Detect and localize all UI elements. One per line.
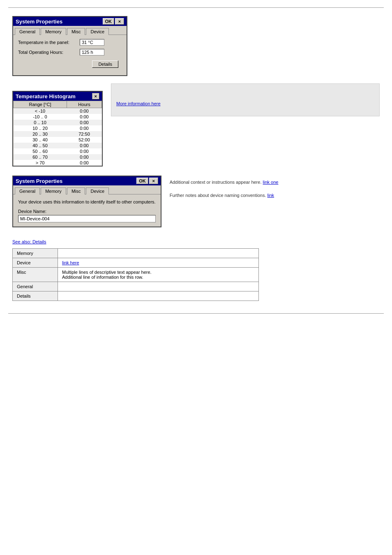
dialog1-tabs: General Memory Misc Device bbox=[13, 26, 127, 35]
dialog2-right-line1: Additional context or instructions appea… bbox=[170, 180, 380, 185]
bottom-data-table: Memory Device link here Misc Multiple li… bbox=[12, 248, 259, 301]
bottom-section: See also: Details Memory Device link her… bbox=[12, 239, 380, 301]
histogram-range-cell: 60 .. 70 bbox=[14, 154, 67, 160]
dialog1-tab-memory[interactable]: Memory bbox=[41, 28, 66, 35]
histogram-titlebar: Temperature Histogram × bbox=[13, 92, 102, 101]
histogram-hours-cell: 52:00 bbox=[67, 137, 102, 143]
dialog1-tab-general[interactable]: General bbox=[15, 28, 40, 35]
histogram-info-box: More information here bbox=[111, 83, 380, 116]
table-inline-link[interactable]: link here bbox=[62, 260, 79, 265]
histogram-dialog: Temperature Histogram × Range [°C] Hours… bbox=[12, 91, 103, 166]
dialog1-row-hours: Total Operating Hours: 125 h bbox=[18, 49, 122, 56]
histogram-col1-header: Range [°C] bbox=[14, 101, 67, 108]
dialog2-tab-memory[interactable]: Memory bbox=[41, 187, 66, 194]
table-row: Device link here bbox=[13, 258, 259, 267]
table-cell-value bbox=[58, 248, 259, 258]
histogram-col2-header: Hours bbox=[67, 101, 102, 108]
table-cell-value bbox=[58, 291, 259, 301]
dialog2-device-name-label: Device Name: bbox=[18, 209, 156, 214]
dialog1-hours-label: Total Operating Hours: bbox=[18, 50, 80, 55]
table-cell-value: link here bbox=[58, 258, 259, 267]
histogram-hours-cell: 0:00 bbox=[67, 160, 102, 166]
table-cell-label: Memory bbox=[13, 248, 58, 258]
dialog1-row-temp: Temperature in the panel: 31 °C bbox=[18, 39, 122, 46]
dialog1-close-button[interactable]: × bbox=[115, 18, 124, 25]
dialog1-temp-label: Temperature in the panel: bbox=[18, 40, 80, 45]
table-cell-label: General bbox=[13, 282, 58, 291]
dialog2-tab-misc[interactable]: Misc bbox=[67, 187, 85, 194]
table-row: Misc Multiple lines of descriptive text … bbox=[13, 267, 259, 282]
histogram-left: Temperature Histogram × Range [°C] Hours… bbox=[12, 83, 103, 166]
bottom-rule bbox=[8, 313, 384, 314]
table-row: Details bbox=[13, 291, 259, 301]
dialog2-titlebar: System Properties OK × bbox=[13, 176, 161, 185]
dialog2-tab-device[interactable]: Device bbox=[86, 187, 109, 194]
histogram-info-link[interactable]: More information here bbox=[116, 101, 161, 106]
histogram-range-cell: 30 .. 40 bbox=[14, 137, 67, 143]
histogram-hours-cell: 72:50 bbox=[67, 131, 102, 137]
system-properties-dialog-2: System Properties OK × General Memory Mi… bbox=[12, 176, 161, 227]
histogram-hours-cell: 0:00 bbox=[67, 108, 102, 114]
dialog1-tab-misc[interactable]: Misc bbox=[67, 28, 85, 35]
histogram-hours-cell: 0:00 bbox=[67, 154, 102, 160]
bottom-see-also-link[interactable]: See also: Details bbox=[12, 239, 46, 244]
dialog2-title-buttons: OK × bbox=[136, 178, 158, 184]
dialog2-close-button[interactable]: × bbox=[149, 178, 158, 184]
histogram-range-cell: 0 .. 10 bbox=[14, 120, 67, 125]
histogram-right-panel: More information here bbox=[111, 83, 380, 166]
histogram-section: Temperature Histogram × Range [°C] Hours… bbox=[12, 83, 380, 166]
dialog2-right-link1[interactable]: link one bbox=[263, 180, 279, 185]
histogram-range-cell: 10 .. 20 bbox=[14, 125, 67, 131]
dialog2-right-panel: Additional context or instructions appea… bbox=[170, 176, 380, 227]
dialog1-body: Temperature in the panel: 31 °C Total Op… bbox=[13, 35, 127, 75]
dialog2-tabs: General Memory Misc Device bbox=[13, 185, 161, 194]
histogram-hours-cell: 0:00 bbox=[67, 125, 102, 131]
dialog2-tab-general[interactable]: General bbox=[15, 187, 40, 194]
table-cell-value: Multiple lines of descriptive text appea… bbox=[58, 267, 259, 282]
dialog1-tab-device[interactable]: Device bbox=[86, 28, 109, 35]
histogram-hours-cell: 0:00 bbox=[67, 148, 102, 154]
dialog2-section: System Properties OK × General Memory Mi… bbox=[12, 176, 380, 227]
histogram-range-cell: > 70 bbox=[14, 160, 67, 166]
dialog2-title: System Properties bbox=[16, 178, 62, 184]
histogram-title: Temperature Histogram bbox=[16, 93, 76, 99]
dialog1-title: System Properties bbox=[16, 18, 62, 25]
table-row: Memory bbox=[13, 248, 259, 258]
dialog1-title-buttons: OK × bbox=[103, 18, 125, 25]
dialog1-titlebar: System Properties OK × bbox=[13, 17, 127, 26]
table-row: General bbox=[13, 282, 259, 291]
histogram-hours-cell: 0:00 bbox=[67, 120, 102, 125]
histogram-table: Range [°C] Hours < -100:00-10 .. 00:000 … bbox=[13, 101, 102, 166]
dialog2-left: System Properties OK × General Memory Mi… bbox=[12, 176, 161, 227]
dialog2-body: Your device uses this information to ide… bbox=[13, 194, 161, 227]
dialog1-temp-value: 31 °C bbox=[80, 39, 104, 46]
histogram-range-cell: 40 .. 50 bbox=[14, 143, 67, 148]
dialog2-desc: Your device uses this information to ide… bbox=[18, 199, 156, 206]
table-cell-value bbox=[58, 282, 259, 291]
histogram-range-cell: < -10 bbox=[14, 108, 67, 114]
histogram-hours-cell: 0:00 bbox=[67, 114, 102, 120]
dialog2-right-link2[interactable]: link bbox=[267, 193, 274, 198]
table-cell-label: Device bbox=[13, 258, 58, 267]
dialog2-ok-button[interactable]: OK bbox=[136, 178, 148, 184]
table-cell-label: Details bbox=[13, 291, 58, 301]
histogram-close-button[interactable]: × bbox=[92, 93, 99, 99]
histogram-range-cell: 50 .. 60 bbox=[14, 148, 67, 154]
histogram-range-cell: -10 .. 0 bbox=[14, 114, 67, 120]
dialog2-device-name-input[interactable] bbox=[18, 215, 156, 222]
dialog2-right-line2: Further notes about device naming conven… bbox=[170, 193, 380, 198]
dialog1-ok-button[interactable]: OK bbox=[103, 18, 115, 25]
histogram-hours-cell: 0:00 bbox=[67, 143, 102, 148]
dialog1-details-button[interactable]: Details bbox=[92, 60, 118, 68]
page-content: System Properties OK × General Memory Mi… bbox=[0, 8, 392, 309]
histogram-range-cell: 20 .. 30 bbox=[14, 131, 67, 137]
dialog1-footer: Details bbox=[18, 59, 122, 71]
dialog1-hours-value: 125 h bbox=[80, 49, 104, 56]
system-properties-dialog-1: System Properties OK × General Memory Mi… bbox=[12, 16, 127, 76]
table-cell-label: Misc bbox=[13, 267, 58, 282]
